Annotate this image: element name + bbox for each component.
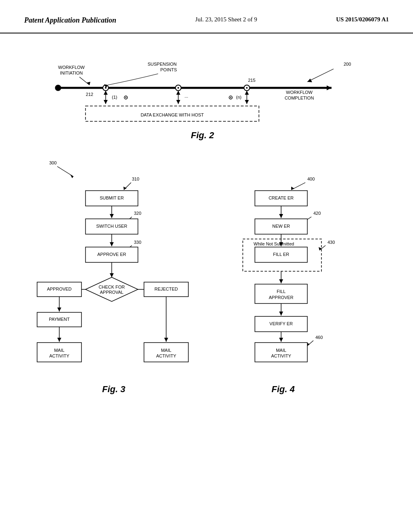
svg-line-3 (79, 77, 90, 85)
ref-400: 400 (307, 177, 315, 181)
switch-user-label: SWITCH USER (96, 224, 127, 229)
svg-marker-31 (110, 242, 114, 246)
svg-marker-23 (70, 175, 73, 178)
svg-marker-59 (279, 312, 283, 316)
fill-er-label: FILL ER (273, 252, 289, 257)
svg-marker-27 (110, 214, 114, 218)
header-center-label: Jul. 23, 2015 Sheet 2 of 9 (195, 16, 257, 23)
verify-er-label: VERIFY ER (269, 321, 293, 326)
fig2-label: Fig. 2 (191, 130, 214, 140)
svg-marker-10 (104, 91, 108, 95)
submit-er-label: SUBMIT ER (100, 195, 124, 200)
mail-activity-mid-label2: ACTIVITY (156, 353, 176, 358)
rejected-label: REJECTED (154, 287, 178, 291)
start-circle (55, 85, 61, 91)
workflow-initiation-label: WORKFLOW (58, 65, 85, 70)
mail-activity-left-label1: MAIL (54, 348, 65, 353)
ref-430: 430 (327, 240, 335, 245)
ref-215: 215 (248, 78, 255, 83)
svg-marker-25 (123, 187, 127, 190)
svg-marker-11 (104, 100, 108, 104)
ref-460: 460 (315, 335, 323, 340)
svg-marker-57 (279, 279, 283, 283)
svg-marker-2 (327, 85, 332, 90)
mail-activity-left-label2: ACTIVITY (49, 353, 69, 358)
mail-activity-right-label1: MAIL (276, 348, 286, 353)
ref-300: 300 (49, 160, 56, 165)
fig4-label: Fig. 4 (271, 384, 294, 394)
ref-310: 310 (132, 177, 139, 181)
create-er-label: CREATE ER (269, 195, 294, 200)
svg-point-21 (230, 97, 232, 98)
svg-marker-61 (279, 338, 283, 342)
check-approval-label2: APPROVAL (100, 290, 124, 295)
fill-approver-label2: APPROVER (269, 295, 293, 300)
ref-320: 320 (134, 211, 141, 216)
svg-marker-13 (176, 91, 180, 95)
data-exchange-label: DATA EXCHANGE WITH HOST (141, 112, 204, 117)
label-n: (n) (236, 95, 241, 100)
ref-200: 200 (344, 62, 351, 66)
label-1: (1) (112, 95, 117, 100)
ellipsis: ··· (184, 95, 188, 100)
payment-label: PAYMENT (49, 317, 70, 322)
svg-marker-45 (164, 338, 168, 342)
ref-212: 212 (86, 92, 93, 97)
svg-point-7 (246, 87, 248, 89)
check-approval-label1: CHECK FOR (99, 285, 125, 289)
fig2-diagram: 200 WORKFLOW INITIATION 212 SUSPENSION P… (25, 42, 388, 158)
svg-line-0 (307, 69, 334, 82)
fill-approver-label1: FILL (277, 289, 286, 294)
header-left-label: Patent Application Publication (24, 16, 116, 25)
svg-marker-35 (110, 273, 114, 277)
approved-label: APPROVED (47, 287, 71, 291)
approve-er-label: APPROVE ER (97, 252, 126, 257)
svg-marker-43 (57, 338, 61, 342)
mail-activity-right-label2: ACTIVITY (271, 353, 291, 358)
suspension-points-label2: POINTS (161, 67, 177, 72)
svg-point-19 (125, 97, 127, 98)
suspension-points-label: SUSPENSION (148, 62, 177, 66)
fill-approver-box (255, 284, 307, 303)
svg-marker-14 (176, 100, 180, 104)
ref-420: 420 (313, 211, 321, 216)
main-content: 200 WORKFLOW INITIATION 212 SUSPENSION P… (0, 33, 413, 493)
while-label: While Not Submitted (254, 241, 294, 246)
svg-marker-17 (245, 100, 249, 104)
page-header: Patent Application Publication Jul. 23, … (0, 0, 413, 33)
svg-marker-41 (57, 308, 61, 312)
mail-activity-mid-label1: MAIL (161, 348, 171, 353)
svg-marker-1 (307, 79, 312, 82)
svg-marker-16 (245, 91, 249, 95)
fig3-label: Fig. 3 (102, 384, 125, 394)
workflow-completion-label: WORKFLOW (286, 90, 313, 95)
workflow-initiation-label2: INITIATION (60, 71, 83, 75)
svg-point-6 (177, 87, 179, 89)
header-right-label: US 2015/0206079 A1 (336, 16, 389, 23)
ref-330: 330 (134, 240, 141, 245)
svg-marker-49 (279, 214, 283, 218)
new-er-label: NEW ER (272, 224, 290, 229)
fig34-diagram: 300 310 SUBMIT ER 320 SWITCH USER 330 AP… (25, 154, 388, 485)
workflow-completion-label2: COMPLETION (285, 96, 314, 100)
